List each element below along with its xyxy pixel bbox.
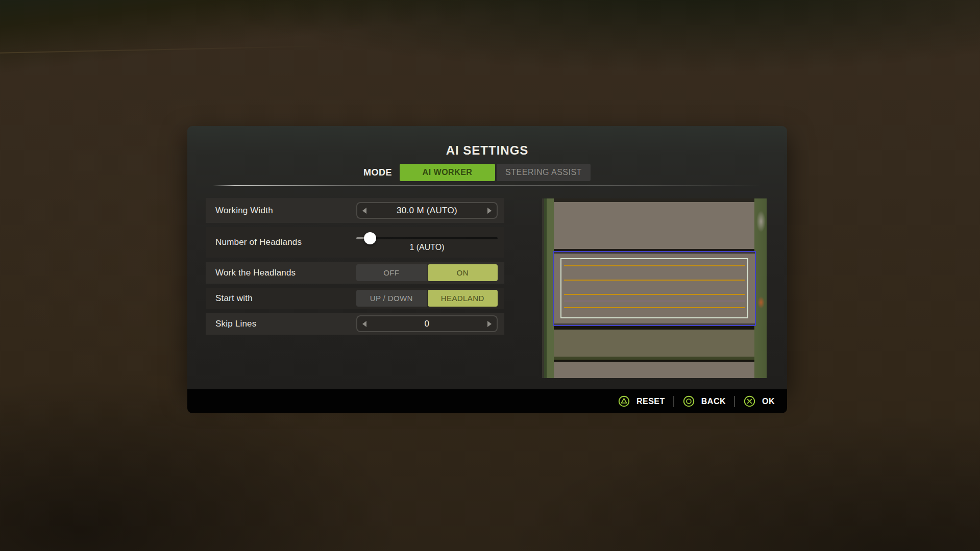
working-width-stepper[interactable]: 30.0 M (AUTO) [356,202,498,219]
reset-button-label: RESET [636,397,665,406]
skip-lines-value: 0 [357,319,497,329]
work-headlands-off-option[interactable]: OFF [356,264,427,281]
skip-lines-stepper[interactable]: 0 [356,315,498,332]
field-edge-line [0,45,327,53]
circle-button-icon [682,395,695,408]
page-title: AI SETTINGS [187,143,787,158]
slider-track[interactable] [356,237,498,239]
reset-button[interactable]: RESET [618,395,665,408]
footer-divider [734,396,735,407]
preview-red-bush [757,296,765,309]
skip-lines-label: Skip Lines [215,313,256,335]
preview-grass-strip [554,357,754,362]
work-headlands-toggle: OFF ON [356,264,498,281]
preview-selected-field-outline [553,251,756,326]
back-button-label: BACK [701,397,726,406]
preview-ai-lane-2 [564,280,745,281]
preview-ai-lane-faint [564,300,745,302]
work-headlands-on-option[interactable]: ON [428,264,498,281]
setting-row-start-with: Start with UP / DOWN HEADLAND [206,288,504,309]
working-width-value: 30.0 M (AUTO) [357,206,497,216]
ok-button-label: OK [762,397,775,406]
ok-button[interactable]: OK [743,395,775,408]
start-with-label: Start with [215,288,253,309]
preview-ai-lane-4 [564,307,745,308]
back-button[interactable]: BACK [682,395,726,408]
setting-row-skip-lines: Skip Lines 0 [206,313,504,335]
start-with-updown-option[interactable]: UP / DOWN [356,290,427,307]
cross-button-icon [743,395,756,408]
preview-headland-outline [560,258,748,318]
preview-ai-lane-3 [564,294,745,295]
preview-ai-lane-1 [564,265,745,266]
setting-row-working-width: Working Width 30.0 M (AUTO) [206,198,504,223]
preview-olive-plot [554,330,754,357]
setting-row-work-the-headlands: Work the Headlands OFF ON [206,262,504,284]
start-with-toggle: UP / DOWN HEADLAND [356,290,498,307]
work-the-headlands-label: Work the Headlands [215,262,296,284]
header-divider [213,185,761,186]
number-of-headlands-label: Number of Headlands [215,227,302,258]
triangle-button-icon [618,395,630,408]
headlands-value: 1 (AUTO) [356,243,498,252]
footer-divider [673,396,674,407]
tab-steering-assist[interactable]: STEERING ASSIST [497,164,591,181]
mode-label: MODE [363,164,392,181]
start-with-headland-option[interactable]: HEADLAND [428,290,498,307]
ai-settings-dialog: AI SETTINGS MODE AI WORKER STEERING ASSI… [187,126,787,389]
preview-field-separator [554,326,754,330]
tab-ai-worker[interactable]: AI WORKER [400,164,495,181]
preview-light-patch [756,211,766,232]
preview-top-edge [542,198,767,202]
field-preview-map [542,198,767,378]
preview-grass-verge-left [542,198,554,378]
footer-action-bar: RESET BACK OK [187,389,787,413]
setting-row-number-of-headlands: Number of Headlands 1 (AUTO) [206,227,504,258]
preview-bottom-plot [554,362,754,378]
working-width-label: Working Width [215,198,273,223]
